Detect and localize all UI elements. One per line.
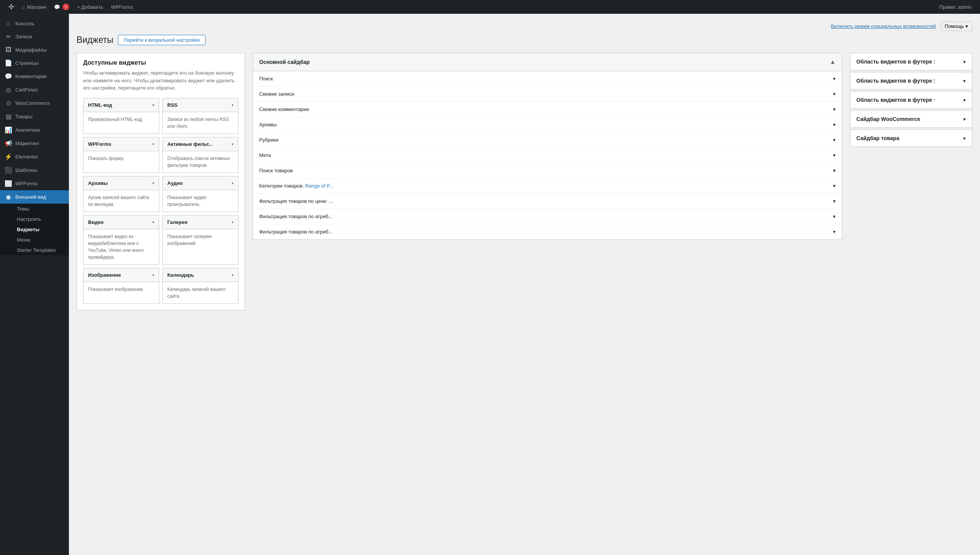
sidebar-widget-search[interactable]: Поиск ▾ [253, 71, 842, 87]
submenu-item-starter-templates[interactable]: Starter Templates [0, 245, 69, 255]
submenu-item-customize[interactable]: Настроить [0, 214, 69, 224]
sidebar-widget-meta[interactable]: Мета ▾ [253, 148, 842, 163]
sidebar-item-pages[interactable]: 📄 Страницы [0, 56, 69, 70]
area-footer2-label: Область виджетов в футере : [856, 78, 935, 84]
sidebar-widget-archives[interactable]: Архивы ▾ [253, 117, 842, 132]
widget-gallery-chevron: ▾ [232, 220, 234, 224]
sidebar-item-cartflows[interactable]: ◎ CartFlows [0, 83, 69, 96]
area-woo-sidebar[interactable]: Сайдбар WooCommerce ▾ [850, 110, 972, 128]
area-woo-sidebar-chevron-icon: ▾ [963, 116, 966, 122]
widget-wpforms-title: WPForms [88, 141, 111, 147]
widget-audio-header[interactable]: Аудио ▾ [163, 176, 238, 190]
sidebar-item-marketing[interactable]: 📢 Маркетинг [0, 137, 69, 150]
widget-html-desc: Произвольный HTML-код. [83, 112, 159, 127]
widget-rss[interactable]: RSS ▾ Записи из любой ленты RSS или Atom… [162, 98, 238, 134]
widget-video[interactable]: Видео ▾ Показывает видео из медиабиблиот… [83, 215, 159, 265]
sidebar-item-media[interactable]: 🖼 Медиафайлы [0, 43, 69, 56]
sidebar-item-posts[interactable]: ✏ Записи [0, 30, 69, 43]
widget-calendar[interactable]: Календарь ▾ Календарь записей вашего сай… [162, 268, 238, 304]
sidebar-widget-recent-comments[interactable]: Свежие комментарии ▾ [253, 102, 842, 117]
widget-active-filters-header[interactable]: Активные фильт... ▾ [163, 137, 238, 151]
sidebar-widget-product-search[interactable]: Поиск товаров ▾ [253, 163, 842, 178]
widget-archives-title: Архивы [88, 180, 108, 186]
sidebar-widget-attr-filter2[interactable]: Фильтрация товаров по атриб... ▾ [253, 224, 842, 240]
sidebar-item-woocommerce[interactable]: ⊙ WooCommerce [0, 96, 69, 110]
adminbar-right: Привет, admin [935, 4, 975, 10]
main-sidebar-collapse-icon[interactable]: ▲ [830, 59, 836, 65]
submenu-item-themes[interactable]: Темы [0, 204, 69, 214]
area-product-sidebar[interactable]: Сайдбар товара ▾ [850, 129, 972, 147]
widget-wpforms-header[interactable]: WPForms ▾ [83, 137, 159, 151]
sidebar-widget-recent-posts[interactable]: Свежие записи ▾ [253, 87, 842, 102]
visual-editor-button[interactable]: Перейти к визуальной настройке [118, 35, 206, 45]
sidebar-item-comments[interactable]: 💬 Комментарии [0, 70, 69, 83]
sidebar-widget-categories[interactable]: Рубрики ▾ [253, 132, 842, 148]
sidebar-widget-recent-posts-chevron: ▾ [833, 91, 836, 97]
sidebar-item-console[interactable]: ⌂ Консоль [0, 17, 69, 30]
area-footer2-chevron-icon: ▾ [963, 78, 966, 84]
area-product-sidebar-chevron-icon: ▾ [963, 135, 966, 141]
wpforms-adminbar-item[interactable]: WPForms [107, 0, 137, 14]
sidebar-item-elementor[interactable]: ⚡ Elementor [0, 150, 69, 163]
main-sidebar-title: Основной сайдбар [259, 59, 310, 65]
widgets-grid: HTML-код ▾ Произвольный HTML-код. RSS ▾ … [83, 98, 238, 304]
submenu-item-widgets[interactable]: Виджеты [0, 224, 69, 235]
widget-archives-header[interactable]: Архивы ▾ [83, 176, 159, 190]
sidebar-widget-categories-chevron: ▾ [833, 137, 836, 143]
site-name-item[interactable]: ⌂ Магазин [18, 0, 50, 14]
accessibility-link[interactable]: Включить режим специальных возможностей [831, 23, 936, 29]
comment-bubble-icon: 💬 [54, 4, 60, 10]
sidebar-widget-price-filter[interactable]: Фильтрация товаров по цене: ... ▾ [253, 194, 842, 209]
sidebar-widget-product-categories-chevron: ▾ [833, 183, 836, 189]
widget-wpforms[interactable]: WPForms ▾ Показать форму. [83, 137, 159, 173]
sidebar-widget-product-categories-link[interactable]: Range of P... [305, 183, 333, 189]
submenu-item-menus[interactable]: Меню [0, 235, 69, 245]
widget-video-desc: Показывает видео из медиабиблиотеки или … [83, 229, 159, 264]
widget-html-header[interactable]: HTML-код ▾ [83, 98, 159, 112]
main-sidebar-header[interactable]: Основной сайдбар ▲ [253, 53, 842, 71]
sidebar-item-templates[interactable]: ⬛ Шаблоны [0, 163, 69, 177]
widget-html[interactable]: HTML-код ▾ Произвольный HTML-код. [83, 98, 159, 134]
sidebar-widget-attr-filter1[interactable]: Фильтрация товаров по атриб... ▾ [253, 209, 842, 224]
widget-gallery-header[interactable]: Галерея ▾ [163, 215, 238, 229]
console-icon: ⌂ [5, 20, 12, 27]
widget-rss-header[interactable]: RSS ▾ [163, 98, 238, 112]
sidebar-widget-archives-label: Архивы [259, 122, 277, 127]
wp-logo-item[interactable]: ✜ [5, 0, 18, 14]
sidebar-widget-attr-filter2-label: Фильтрация товаров по атриб... [259, 229, 333, 235]
area-footer1[interactable]: Область виджетов в футере : ▾ [850, 53, 972, 70]
templates-icon: ⬛ [5, 166, 12, 174]
sidebar-item-wpforms-label: WPForms [15, 181, 64, 186]
widget-html-title: HTML-код [88, 102, 112, 108]
sidebar-widget-recent-comments-chevron: ▾ [833, 106, 836, 112]
widget-rss-title: RSS [167, 102, 178, 108]
sidebar-item-wpforms[interactable]: ⬜ WPForms [0, 177, 69, 190]
help-button[interactable]: Помощь ▾ [941, 21, 972, 31]
sidebar-widget-categories-label: Рубрики [259, 137, 278, 143]
sidebar-item-posts-label: Записи [15, 34, 64, 39]
sidebar-widget-product-categories[interactable]: Категории товаров: Range of P... ▾ [253, 178, 842, 194]
widget-wpforms-chevron: ▾ [152, 142, 154, 146]
widget-video-header[interactable]: Видео ▾ [83, 215, 159, 229]
sidebar-item-analytics[interactable]: 📊 Аналитика [0, 123, 69, 137]
sidebar-item-appearance[interactable]: ◉ Внешний вид [0, 190, 69, 204]
widget-video-chevron: ▾ [152, 220, 154, 224]
sidebar-item-templates-label: Шаблоны [15, 167, 64, 173]
add-new-item[interactable]: + Добавить [73, 0, 107, 14]
widget-calendar-header[interactable]: Календарь ▾ [163, 268, 238, 282]
wp-logo-icon: ✜ [8, 3, 14, 11]
widget-calendar-title: Календарь [167, 272, 194, 278]
available-widgets-desc: Чтобы активировать виджет, перетащите ег… [83, 69, 238, 92]
widget-active-filters[interactable]: Активные фильт... ▾ Отображать список ак… [162, 137, 238, 173]
area-footer2[interactable]: Область виджетов в футере : ▾ [850, 72, 972, 90]
comments-item[interactable]: 💬 0 [50, 0, 73, 14]
widget-audio[interactable]: Аудио ▾ Показывает аудио проигрыватель. [162, 176, 238, 212]
widget-archives[interactable]: Архивы ▾ Архив записей вашего сайта по м… [83, 176, 159, 212]
area-footer3[interactable]: Область виджетов в футере · ▾ [850, 91, 972, 109]
widget-image-header[interactable]: Изображение ▾ [83, 268, 159, 282]
widget-gallery[interactable]: Галерея ▾ Показывает галерею изображений… [162, 215, 238, 265]
add-new-label: + Добавить [77, 4, 103, 10]
available-widgets-title: Доступные виджеты [83, 59, 238, 66]
sidebar-item-products[interactable]: ▤ Товары [0, 110, 69, 123]
widget-image[interactable]: Изображение ▾ Показывает изображение. [83, 268, 159, 304]
